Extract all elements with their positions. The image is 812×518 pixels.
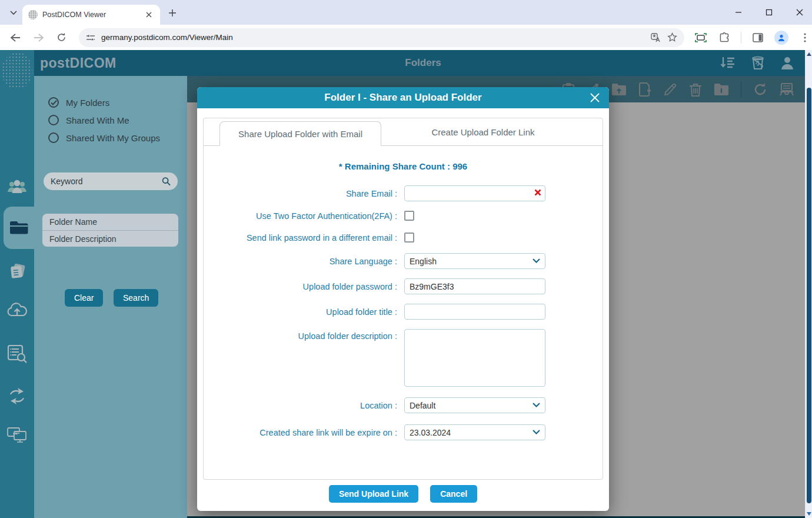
forward-icon[interactable] (32, 31, 46, 45)
tab-create-link[interactable]: Create Upload Folder Link (386, 118, 580, 145)
new-tab-button[interactable] (167, 7, 178, 19)
folder-description-label: Upload folder description : (204, 329, 404, 341)
share-upload-folder-dialog: Folder I - Share an Upload Folder Share … (197, 87, 609, 511)
send-password-checkbox[interactable] (404, 233, 414, 243)
sidebar-item-sync[interactable] (0, 382, 34, 410)
sidebar-item-patients[interactable] (0, 172, 34, 201)
dialog-header: Folder I - Share an Upload Folder (197, 87, 609, 108)
share-language-row: Share Language : English (204, 253, 603, 269)
profile-avatar[interactable] (774, 31, 788, 45)
send-password-label: Send link password in a different email … (204, 233, 404, 243)
header-actions (720, 56, 794, 70)
expire-date-row: Created share link will be expire on : 2… (204, 424, 603, 440)
share-language-label: Share Language : (204, 257, 404, 266)
location-row: Location : Default (204, 397, 603, 413)
two-factor-label: Use Two Factor Authentication(2FA) : (204, 211, 404, 221)
back-icon[interactable] (8, 31, 22, 45)
sidebar-item-folders[interactable] (4, 207, 34, 249)
folder-password-row: Upload folder password : (204, 278, 603, 294)
expire-date-value: 23.03.2024 (410, 428, 451, 437)
browser-navbar: germany.postdicom.com/Viewer/Main (0, 25, 812, 50)
browser-tab[interactable]: PostDICOM Viewer (22, 5, 160, 25)
reload-icon[interactable] (54, 31, 68, 45)
sidebar-item-upload[interactable] (0, 296, 34, 324)
share-email-input[interactable] (404, 185, 545, 201)
send-upload-link-button[interactable]: Send Upload Link (329, 485, 418, 503)
tab-close-icon[interactable] (144, 9, 154, 20)
folder-description-textarea[interactable] (404, 329, 545, 387)
sync-icon (8, 387, 26, 405)
folder-title-label: Upload folder title : (204, 307, 404, 317)
dialog-footer: Send Upload Link Cancel (197, 485, 609, 503)
keyword-search[interactable] (44, 172, 178, 190)
recycle-bin-icon[interactable] (751, 56, 765, 70)
app-sidebar (0, 50, 34, 518)
filter-my-folders[interactable]: My Folders (48, 97, 109, 108)
page-scrollbar[interactable] (805, 50, 812, 518)
folder-title-input[interactable] (404, 304, 545, 320)
site-favicon (28, 10, 38, 19)
scroll-down-arrow[interactable] (806, 511, 812, 517)
maximize-icon[interactable] (763, 6, 776, 19)
share-email-label: Share Email : (204, 189, 404, 198)
dialog-tabs: Share Upload Folder with Email Create Up… (204, 118, 603, 146)
close-window-icon[interactable] (793, 6, 806, 19)
search-field-folder-description[interactable]: Folder Description (42, 230, 178, 247)
bookmark-star-icon[interactable] (667, 32, 677, 42)
folder-title-row: Upload folder title : (204, 304, 603, 320)
url-bar[interactable]: germany.postdicom.com/Viewer/Main (79, 28, 684, 47)
sidebar-item-worklist[interactable] (0, 340, 34, 368)
search-field-folder-name[interactable]: Folder Name (42, 214, 178, 230)
screenshot-icon[interactable] (694, 31, 708, 45)
location-select[interactable]: Default (404, 397, 545, 413)
cancel-button[interactable]: Cancel (430, 485, 477, 503)
app-header: postDICOM Folders (34, 50, 812, 76)
clear-email-icon[interactable] (534, 189, 541, 196)
side-panel-icon[interactable] (751, 31, 765, 45)
scroll-up-arrow[interactable] (806, 51, 812, 57)
filter-shared-with-me[interactable]: Shared With Me (48, 115, 129, 125)
radio-icon (48, 132, 59, 143)
folder-password-label: Upload folder password : (204, 282, 404, 291)
send-password-row: Send link password in a different email … (204, 233, 603, 243)
clear-button[interactable]: Clear (65, 289, 103, 307)
filter-label: My Folders (66, 98, 109, 108)
two-factor-checkbox[interactable] (404, 211, 414, 221)
browser-menu-icon[interactable] (798, 31, 812, 45)
chevron-down-icon (533, 258, 540, 263)
studies-icon (8, 263, 26, 282)
folder-password-input[interactable] (404, 278, 545, 294)
url-text[interactable]: germany.postdicom.com/Viewer/Main (101, 33, 645, 42)
share-email-row: Share Email : (204, 185, 603, 201)
extensions-icon[interactable] (717, 31, 731, 45)
location-value: Default (410, 401, 435, 410)
toolbar-divider (741, 32, 741, 44)
postdicom-logo-mark (2, 52, 32, 89)
translate-icon[interactable] (651, 33, 661, 42)
dialog-close-icon[interactable] (588, 91, 602, 105)
tab-search-button[interactable] (6, 5, 21, 21)
scrollbar-thumb[interactable] (807, 88, 811, 503)
browser-titlebar: PostDICOM Viewer (0, 0, 812, 25)
search-button[interactable]: Search (114, 289, 158, 307)
filter-shared-with-groups[interactable]: Shared With My Groups (48, 132, 160, 143)
sort-descending-icon[interactable] (720, 56, 736, 70)
keyword-input[interactable] (51, 177, 157, 186)
expire-date-select[interactable]: 23.03.2024 (404, 424, 545, 440)
sidebar-item-devices[interactable] (0, 421, 34, 449)
share-language-select[interactable]: English (404, 253, 545, 269)
devices-icon (6, 426, 28, 444)
account-icon[interactable] (780, 56, 794, 70)
share-language-value: English (410, 257, 437, 266)
chevron-down-icon (533, 403, 540, 407)
two-factor-row: Use Two Factor Authentication(2FA) : (204, 211, 603, 221)
patients-icon (6, 178, 28, 195)
sidebar-item-studies[interactable] (0, 258, 34, 287)
window-controls (732, 0, 806, 25)
minimize-icon[interactable] (732, 6, 745, 19)
site-info-icon[interactable] (86, 33, 95, 42)
tab-share-with-email[interactable]: Share Upload Folder with Email (219, 121, 381, 146)
search-icon[interactable] (162, 177, 171, 186)
tab-title: PostDICOM Viewer (42, 11, 139, 19)
folder-filter-panel: My Folders Shared With Me Shared With My… (34, 76, 187, 518)
